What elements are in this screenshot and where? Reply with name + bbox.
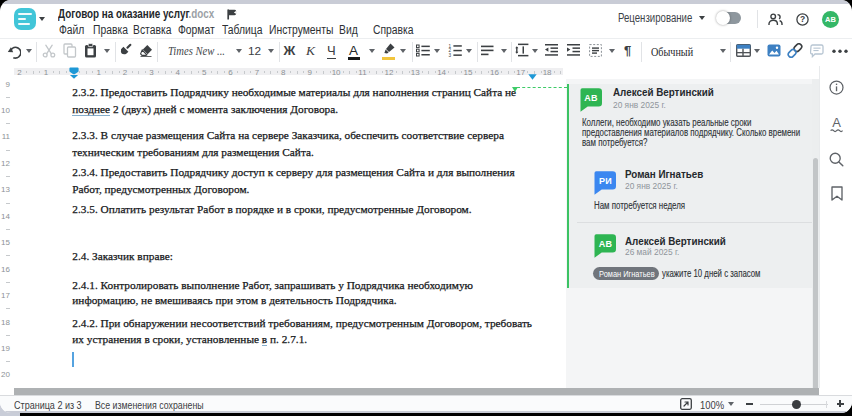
svg-text:А: А: [832, 115, 841, 130]
svg-text:3: 3: [449, 53, 452, 57]
svg-text:?: ?: [800, 14, 805, 24]
